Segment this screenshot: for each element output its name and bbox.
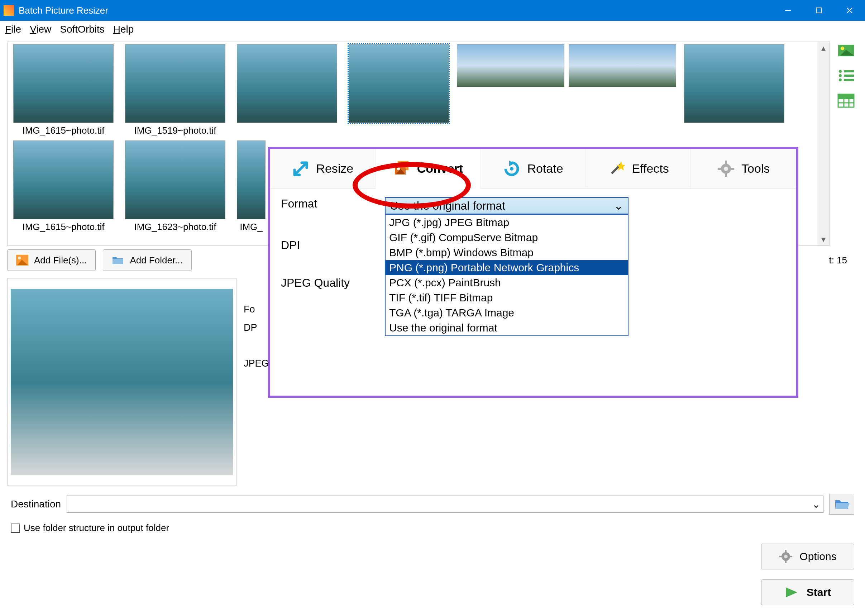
minimize-icon — [784, 7, 791, 14]
svg-point-7 — [839, 70, 842, 73]
format-dropdown-list[interactable]: JPG (*.jpg) JPEG Bitmap GIF (*.gif) Comp… — [385, 214, 628, 336]
thumbnail-item[interactable] — [569, 44, 676, 136]
thumbnail-item[interactable] — [457, 44, 564, 136]
resize-icon — [292, 160, 309, 178]
svg-rect-43 — [731, 168, 734, 170]
destination-combo[interactable]: ⌄ — [67, 496, 823, 513]
thumbnail-label: IMG_1623~photo.tif — [134, 222, 216, 233]
list-icon — [837, 68, 855, 83]
svg-rect-26 — [779, 556, 782, 557]
file-count-label: t: 15 — [829, 255, 858, 266]
start-button[interactable]: Start — [761, 580, 854, 605]
svg-rect-1 — [816, 8, 821, 13]
convert-icon — [393, 159, 411, 178]
scrollbar-vertical[interactable]: ▴ ▾ — [817, 42, 829, 245]
tab-convert[interactable]: Convert — [375, 149, 481, 189]
svg-rect-10 — [844, 75, 854, 77]
menu-view[interactable]: View — [30, 24, 51, 35]
tab-rotate[interactable]: Rotate — [480, 149, 586, 188]
view-thumbnails-button[interactable] — [837, 42, 855, 60]
button-label: Add Folder... — [130, 255, 182, 266]
add-folder-button[interactable]: Add Folder... — [103, 250, 192, 271]
preview-image — [11, 289, 233, 475]
chevron-down-icon: ⌄ — [614, 199, 623, 212]
svg-rect-42 — [718, 168, 721, 170]
tab-label: Rotate — [527, 162, 563, 176]
svg-point-35 — [510, 167, 513, 171]
thumbnail-item[interactable]: IMG_1623~photo.tif — [121, 140, 229, 233]
scrollbar-track[interactable] — [817, 54, 829, 233]
svg-rect-18 — [838, 94, 854, 99]
destination-label: Destination — [11, 498, 61, 510]
format-option[interactable]: TGA (*.tga) TARGA Image — [386, 305, 628, 321]
folder-structure-checkbox[interactable] — [11, 523, 20, 533]
tab-resize[interactable]: Resize — [270, 149, 375, 188]
thumbnail-item[interactable] — [233, 44, 341, 136]
svg-point-39 — [724, 167, 728, 171]
svg-rect-27 — [790, 556, 792, 557]
menu-softorbits[interactable]: SoftOrbits — [60, 24, 104, 35]
scroll-down-arrow-icon[interactable]: ▾ — [817, 233, 829, 245]
chevron-down-icon: ⌄ — [812, 498, 820, 510]
thumbnail-item[interactable]: IMG_ — [233, 140, 269, 233]
destination-row: Destination ⌄ — [0, 490, 865, 519]
add-files-button[interactable]: Add File(s)... — [7, 250, 96, 271]
maximize-icon — [816, 7, 822, 14]
thumbnail-label: IMG_ — [240, 222, 263, 233]
checkbox-label: Use folder structure in output folder — [24, 522, 169, 534]
format-combobox[interactable]: Use the original format ⌄ — [385, 197, 628, 214]
menu-file[interactable]: File — [5, 24, 21, 35]
tab-effects[interactable]: Effects — [586, 149, 691, 188]
scroll-up-arrow-icon[interactable]: ▴ — [817, 42, 829, 54]
svg-rect-40 — [725, 160, 727, 164]
picture-icon — [837, 43, 855, 58]
svg-point-32 — [397, 167, 400, 170]
thumbnail-image — [457, 44, 564, 87]
thumbnail-item[interactable]: IMG_1615~photo.tif — [10, 140, 117, 233]
browse-folder-button[interactable] — [829, 494, 854, 515]
thumbnail-label: IMG_1519~photo.tif — [134, 125, 216, 136]
svg-marker-28 — [786, 587, 797, 597]
svg-point-9 — [839, 74, 842, 77]
gear-icon — [779, 549, 793, 564]
format-option[interactable]: TIF (*.tif) TIFF Bitmap — [386, 290, 628, 305]
folder-open-icon — [834, 497, 849, 511]
view-details-button[interactable] — [837, 92, 855, 110]
svg-point-5 — [841, 47, 844, 50]
thumbnail-item[interactable]: IMG_1519~photo.tif — [121, 44, 229, 136]
thumbnail-image — [237, 140, 265, 219]
overlay-tab-bar: Resize Convert Rotate Effects Tools — [270, 149, 796, 189]
format-option-hover[interactable]: PNG (*.png) Portable Network Graphics — [386, 260, 628, 275]
format-option[interactable]: Use the original format — [386, 321, 628, 335]
overlay-quality-label: JPEG Quality — [281, 276, 363, 289]
menu-bar: File View SoftOrbits Help — [0, 21, 865, 38]
options-button[interactable]: Options — [761, 544, 854, 569]
minimize-button[interactable] — [772, 0, 803, 21]
title-bar: Batch Picture Resizer — [0, 0, 865, 21]
tab-tools[interactable]: Tools — [691, 149, 796, 188]
thumbnail-label: IMG_1615~photo.tif — [22, 222, 104, 233]
window-title: Batch Picture Resizer — [19, 5, 108, 16]
thumbnail-image — [125, 140, 225, 219]
tab-label: Convert — [417, 162, 463, 176]
thumbnail-image — [13, 140, 114, 219]
close-button[interactable] — [834, 0, 865, 21]
thumbnail-image — [349, 44, 449, 123]
svg-point-11 — [839, 79, 842, 81]
app-icon — [3, 5, 14, 16]
rotate-icon — [503, 160, 521, 178]
format-option[interactable]: JPG (*.jpg) JPEG Bitmap — [386, 215, 628, 230]
maximize-button[interactable] — [803, 0, 834, 21]
button-label: Options — [799, 550, 836, 563]
combobox-value: Use the original format — [390, 199, 505, 212]
thumbnail-image — [125, 44, 225, 123]
close-icon — [846, 7, 853, 14]
svg-point-20 — [18, 256, 21, 259]
thumbnail-item[interactable]: IMG_1615~photo.tif — [10, 44, 117, 136]
menu-help[interactable]: Help — [113, 24, 134, 35]
overlay-format-label: Format — [281, 197, 363, 211]
view-list-button[interactable] — [837, 67, 855, 85]
thumbnail-item[interactable] — [680, 44, 788, 136]
thumbnail-item-selected[interactable] — [345, 44, 452, 136]
folder-icon — [112, 255, 124, 266]
